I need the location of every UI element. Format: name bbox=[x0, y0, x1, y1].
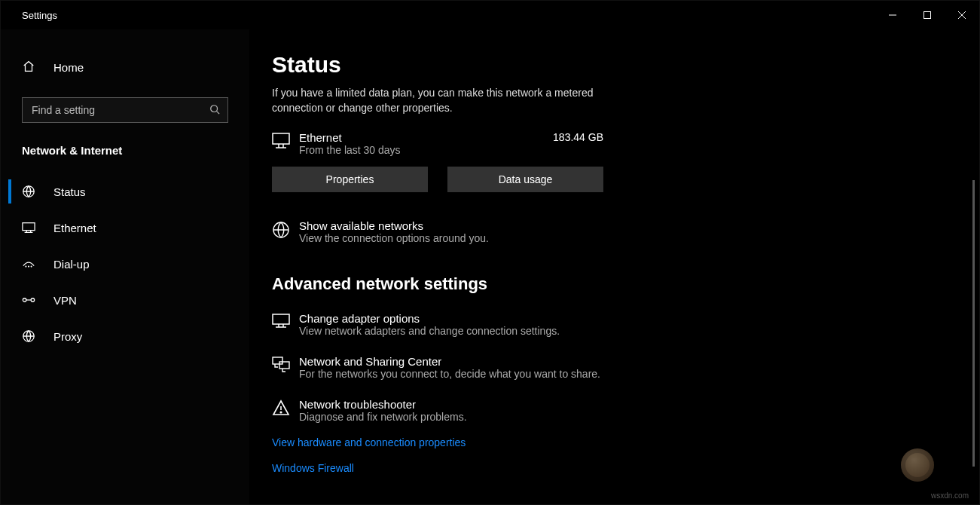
svg-rect-10 bbox=[273, 133, 289, 144]
nav-home[interactable]: Home bbox=[1, 52, 249, 82]
sidebar-item-proxy[interactable]: Proxy bbox=[1, 318, 249, 354]
network-row: Ethernet From the last 30 days 183.44 GB bbox=[272, 131, 603, 156]
svg-point-8 bbox=[31, 298, 35, 302]
home-icon bbox=[22, 60, 35, 75]
page-title: Status bbox=[272, 52, 964, 78]
sidebar-label-status: Status bbox=[53, 185, 86, 198]
search-settings[interactable] bbox=[22, 97, 228, 123]
body: Home Network & Internet bbox=[1, 29, 979, 504]
dialup-icon bbox=[22, 259, 35, 269]
link-windows-firewall[interactable]: Windows Firewall bbox=[272, 462, 964, 474]
sidebar-item-status[interactable]: Status bbox=[1, 173, 249, 210]
close-button[interactable] bbox=[945, 1, 979, 29]
network-sharing-center[interactable]: Network and Sharing Center For the netwo… bbox=[272, 355, 724, 380]
network-name: Ethernet bbox=[299, 131, 401, 144]
sharing-sub: For the networks you connect to, decide … bbox=[299, 368, 600, 380]
svg-point-15 bbox=[280, 412, 282, 413]
sidebar: Home Network & Internet bbox=[1, 29, 249, 504]
watermark: wsxdn.com bbox=[931, 491, 969, 500]
show-available-networks[interactable]: Show available networks View the connect… bbox=[272, 219, 724, 244]
sharing-icon bbox=[272, 355, 299, 375]
svg-rect-0 bbox=[924, 12, 931, 19]
svg-point-1 bbox=[211, 105, 218, 112]
available-sub: View the connection options around you. bbox=[299, 232, 489, 244]
proxy-icon bbox=[22, 329, 35, 343]
svg-point-6 bbox=[31, 266, 32, 267]
sidebar-label-proxy: Proxy bbox=[53, 330, 82, 343]
network-usage: 183.44 GB bbox=[553, 131, 603, 143]
sidebar-item-vpn[interactable]: VPN bbox=[1, 282, 249, 318]
svg-rect-3 bbox=[23, 223, 35, 231]
window-controls bbox=[875, 1, 979, 29]
svg-point-7 bbox=[23, 298, 26, 302]
properties-button[interactable]: Properties bbox=[272, 167, 428, 192]
main-content: Status If you have a limited data plan, … bbox=[249, 29, 979, 504]
sidebar-item-dialup[interactable]: Dial-up bbox=[1, 246, 249, 282]
search-icon bbox=[209, 104, 220, 117]
network-sub: From the last 30 days bbox=[299, 144, 401, 156]
page-mascot-icon bbox=[901, 448, 934, 482]
troubleshoot-title: Network troubleshooter bbox=[299, 398, 467, 411]
svg-rect-12 bbox=[273, 314, 289, 324]
link-view-hardware[interactable]: View hardware and connection properties bbox=[272, 436, 964, 448]
change-adapter-options[interactable]: Change adapter options View network adap… bbox=[272, 312, 724, 337]
sidebar-label-vpn: VPN bbox=[53, 294, 77, 307]
minimize-button[interactable] bbox=[875, 1, 910, 29]
scrollbar[interactable] bbox=[972, 180, 975, 467]
sidebar-label-dialup: Dial-up bbox=[53, 258, 90, 271]
titlebar: Settings bbox=[1, 1, 979, 29]
sidebar-nav: Status Ethernet bbox=[1, 169, 249, 354]
svg-rect-14 bbox=[279, 362, 289, 369]
available-title: Show available networks bbox=[299, 219, 489, 232]
intro-text: If you have a limited data plan, you can… bbox=[272, 85, 603, 116]
search-input[interactable] bbox=[30, 103, 209, 117]
maximize-button[interactable] bbox=[910, 1, 945, 29]
adapter-icon bbox=[272, 312, 299, 331]
available-networks-icon bbox=[272, 219, 299, 241]
network-troubleshooter[interactable]: Network troubleshooter Diagnose and fix … bbox=[272, 398, 724, 423]
settings-window: Settings Home bbox=[0, 0, 980, 505]
svg-rect-13 bbox=[273, 357, 282, 364]
troubleshoot-icon bbox=[272, 398, 299, 418]
sidebar-item-ethernet[interactable]: Ethernet bbox=[1, 210, 249, 246]
troubleshoot-sub: Diagnose and fix network problems. bbox=[299, 411, 467, 423]
ethernet-icon bbox=[22, 222, 35, 234]
titlebar-title: Settings bbox=[22, 10, 57, 21]
monitor-icon bbox=[272, 131, 299, 152]
sidebar-label-ethernet: Ethernet bbox=[53, 222, 96, 234]
svg-point-5 bbox=[29, 266, 29, 267]
button-row: Properties Data usage bbox=[272, 167, 603, 192]
svg-point-4 bbox=[26, 266, 26, 267]
network-info: Ethernet From the last 30 days bbox=[299, 131, 401, 156]
home-label: Home bbox=[53, 61, 84, 74]
advanced-heading: Advanced network settings bbox=[272, 274, 964, 294]
sidebar-section: Network & Internet bbox=[1, 130, 249, 169]
status-icon bbox=[22, 185, 35, 198]
data-usage-button[interactable]: Data usage bbox=[447, 167, 603, 192]
vpn-icon bbox=[22, 295, 35, 305]
adapter-title: Change adapter options bbox=[299, 312, 560, 325]
adapter-sub: View network adapters and change connect… bbox=[299, 325, 560, 337]
sharing-title: Network and Sharing Center bbox=[299, 355, 600, 368]
